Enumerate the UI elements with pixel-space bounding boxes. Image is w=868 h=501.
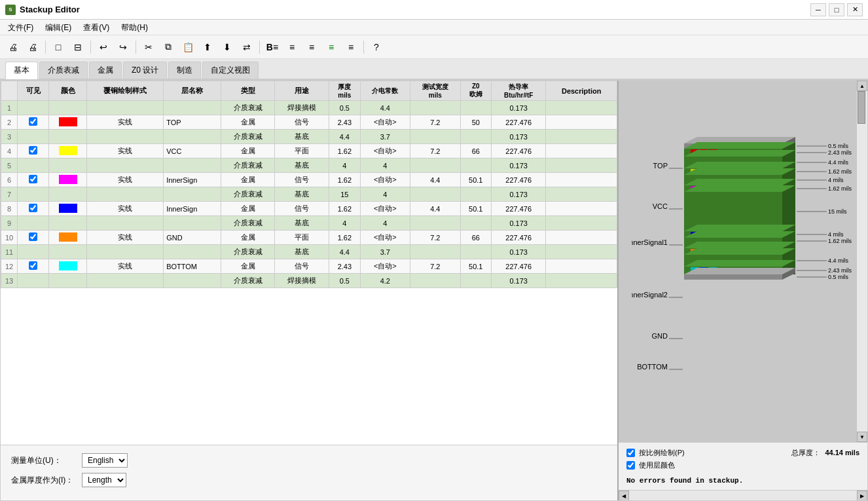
right-scrollbar[interactable]: ▲ ▼ bbox=[857, 81, 867, 442]
cell-visible[interactable] bbox=[18, 202, 49, 216]
cell-visible[interactable] bbox=[18, 158, 49, 173]
tab-metal[interactable]: 金属 bbox=[89, 62, 122, 79]
menu-view[interactable]: 查看(V) bbox=[78, 21, 115, 33]
cell-visible[interactable] bbox=[18, 259, 49, 274]
close-button[interactable]: ✕ bbox=[847, 3, 863, 16]
cell-pattern bbox=[87, 130, 164, 144]
cell-type: 介质衰减 bbox=[221, 158, 275, 173]
visible-checkbox[interactable] bbox=[29, 232, 37, 241]
colors-checkbox-row: 使用层颜色 bbox=[626, 460, 685, 470]
scroll-up-btn[interactable]: ▲ bbox=[857, 81, 867, 91]
toolbar-green-btn[interactable]: ≡ bbox=[322, 39, 340, 56]
cell-color bbox=[49, 259, 87, 274]
tab-z0[interactable]: Z0 设计 bbox=[123, 62, 167, 79]
cell-visible[interactable] bbox=[18, 216, 49, 231]
toolbar-copy-btn[interactable]: ⧉ bbox=[159, 39, 177, 56]
cell-thickness: 15 bbox=[329, 187, 360, 202]
unit-select[interactable]: English Metric bbox=[82, 453, 128, 468]
metal-select[interactable]: Length Weight bbox=[82, 473, 126, 487]
toolbar-sep-4 bbox=[259, 41, 260, 54]
cell-heat: 0.173 bbox=[491, 101, 545, 115]
window-title: Stackup Editor bbox=[20, 5, 80, 14]
th-z0: Z0欧姆 bbox=[460, 81, 491, 101]
unit-label: 测量单位(U)： bbox=[11, 455, 77, 466]
toolbar-paste-btn[interactable]: 📋 bbox=[179, 39, 197, 56]
toolbar-align1-btn[interactable]: ≡ bbox=[283, 39, 301, 56]
unit-control-row: 测量单位(U)： English Metric bbox=[11, 453, 607, 468]
toolbar-help-btn[interactable]: ? bbox=[367, 39, 386, 56]
scale-checkbox[interactable] bbox=[626, 449, 635, 457]
cell-visible[interactable] bbox=[18, 231, 49, 245]
app-icon: S bbox=[5, 5, 16, 15]
visible-checkbox[interactable] bbox=[29, 204, 37, 212]
minimize-button[interactable]: ─ bbox=[810, 3, 826, 16]
cell-layer-name bbox=[164, 216, 221, 231]
toolbar-bold-btn[interactable]: B≡ bbox=[263, 39, 281, 56]
toolbar-redo-btn[interactable]: ↪ bbox=[114, 39, 132, 56]
toolbar-undo-btn[interactable]: ↩ bbox=[94, 39, 113, 56]
th-diele: 介电常数 bbox=[360, 81, 410, 101]
cell-visible[interactable] bbox=[18, 115, 49, 130]
scroll-left-btn[interactable]: ◀ bbox=[619, 491, 629, 500]
visible-checkbox[interactable] bbox=[29, 117, 37, 126]
toolbar-print-btn[interactable]: 🖨 bbox=[24, 39, 42, 56]
scroll-right-btn[interactable]: ▶ bbox=[857, 491, 867, 500]
cell-description bbox=[546, 259, 617, 274]
svg-text:TOP: TOP bbox=[653, 162, 668, 170]
th-testw: 测试宽度mils bbox=[410, 81, 460, 101]
maximize-button[interactable]: □ bbox=[829, 3, 844, 16]
tab-dielectric[interactable]: 介质表减 bbox=[39, 62, 88, 79]
menu-help[interactable]: 帮助(H) bbox=[116, 21, 153, 33]
colors-checkbox[interactable] bbox=[626, 461, 635, 470]
toolbar-cut-btn[interactable]: ✂ bbox=[139, 39, 158, 56]
cell-visible[interactable] bbox=[18, 187, 49, 202]
svg-text:2.43 mils: 2.43 mils bbox=[828, 267, 852, 274]
cell-dielectric: <自动> bbox=[360, 115, 410, 130]
scroll-thumb[interactable] bbox=[858, 91, 865, 124]
toolbar-align3-btn[interactable]: ≡ bbox=[342, 39, 360, 56]
cell-description bbox=[546, 245, 617, 259]
toolbar-align2-btn[interactable]: ≡ bbox=[302, 39, 321, 56]
cell-z0 bbox=[460, 187, 491, 202]
tab-custom[interactable]: 自定义视图 bbox=[202, 62, 259, 79]
svg-marker-23 bbox=[684, 150, 795, 157]
cell-layer-name: TOP bbox=[164, 115, 221, 130]
cell-dielectric: 3.7 bbox=[360, 245, 410, 259]
visible-checkbox[interactable] bbox=[29, 146, 37, 155]
cell-thickness: 2.43 bbox=[329, 259, 360, 274]
table-container[interactable]: 可见 颜色 覆铜绘制样式 层名称 类型 用途 厚度mils 介电常数 测试宽度m… bbox=[1, 81, 617, 445]
toolbar-btn5[interactable]: ⬆ bbox=[198, 39, 217, 56]
tab-basic[interactable]: 基本 bbox=[5, 62, 38, 79]
scroll-down-btn[interactable]: ▼ bbox=[857, 432, 867, 442]
table-row: 9介质衰减基底440.173 bbox=[1, 216, 617, 231]
cell-description bbox=[546, 173, 617, 187]
bottom-scrollbar[interactable]: ◀ ▶ bbox=[619, 490, 867, 500]
cell-description bbox=[546, 231, 617, 245]
visible-checkbox[interactable] bbox=[29, 261, 37, 270]
cell-visible[interactable] bbox=[18, 245, 49, 259]
cell-visible[interactable] bbox=[18, 144, 49, 158]
cell-z0 bbox=[460, 245, 491, 259]
menu-file[interactable]: 文件(F) bbox=[3, 21, 39, 33]
cell-type: 金属 bbox=[221, 173, 275, 187]
toolbar-btn6[interactable]: ⬇ bbox=[218, 39, 236, 56]
svg-marker-26 bbox=[684, 162, 795, 168]
cell-pattern: 实线 bbox=[87, 115, 164, 130]
tab-manufacture[interactable]: 制造 bbox=[168, 62, 201, 79]
table-row: 7介质衰减基底1540.173 bbox=[1, 187, 617, 202]
toolbar-save-btn[interactable]: □ bbox=[49, 39, 67, 56]
cell-visible[interactable] bbox=[18, 173, 49, 187]
toolbar-btn7[interactable]: ⇄ bbox=[238, 39, 256, 56]
toolbar-open-btn[interactable]: ⊟ bbox=[69, 39, 87, 56]
toolbar-new-btn[interactable]: 🖨 bbox=[4, 39, 22, 56]
visible-checkbox[interactable] bbox=[29, 175, 37, 183]
cell-visible[interactable] bbox=[18, 274, 49, 288]
cell-thickness: 1.62 bbox=[329, 144, 360, 158]
cell-visible[interactable] bbox=[18, 130, 49, 144]
cell-visible[interactable] bbox=[18, 101, 49, 115]
menu-edit[interactable]: 编辑(E) bbox=[40, 21, 77, 33]
cell-usage: 基底 bbox=[275, 187, 329, 202]
cell-pattern bbox=[87, 216, 164, 231]
cell-layer-name: InnerSign bbox=[164, 173, 221, 187]
cell-num: 2 bbox=[1, 115, 18, 130]
